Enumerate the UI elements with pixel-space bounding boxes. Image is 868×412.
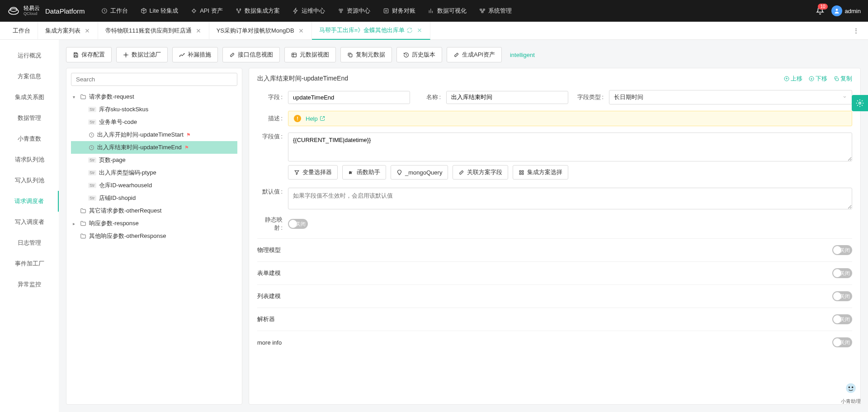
tree-search-input[interactable] [71, 73, 237, 86]
tree-node[interactable]: Str页数-page [71, 154, 237, 166]
nav-item-2[interactable]: API 资产 [185, 4, 228, 18]
funnel-icon [294, 170, 300, 175]
close-icon[interactable] [84, 28, 90, 34]
helper-chips: 变量选择器fx函数助手_mongoQuery关联方案字段集成方案选择 [288, 165, 852, 180]
close-icon[interactable] [298, 28, 304, 34]
svg-point-8 [341, 9, 343, 11]
assistant-button[interactable]: 小青助理 [841, 381, 861, 405]
tree-node[interactable]: ▾请求参数-request [71, 90, 237, 103]
notifications-button[interactable]: 10 [816, 6, 824, 16]
sidebar-item-6[interactable]: 写入队列池 [0, 170, 59, 191]
nav-item-0[interactable]: 工作台 [96, 4, 133, 18]
clock-icon [88, 144, 94, 151]
sidebar-item-7[interactable]: 请求调度者 [0, 191, 59, 212]
branch-icon [236, 8, 242, 14]
sidebar-item-2[interactable]: 集成关系图 [0, 87, 59, 108]
nav-item-5[interactable]: 资源中心 [332, 4, 376, 18]
tree-node[interactable]: Str出入库类型编码-ptype [71, 166, 237, 179]
logo[interactable]: 轻易云 QCloud DataPlatform [7, 5, 85, 17]
tree-node[interactable]: ▸响应参数-response [71, 217, 237, 230]
staticmap-toggle[interactable]: 关闭 [288, 219, 308, 229]
tab-1[interactable]: 集成方案列表 [38, 22, 98, 40]
nav-item-8[interactable]: 系统管理 [474, 4, 517, 18]
type-badge: Str [88, 195, 96, 201]
tab-3[interactable]: YS采购订单对接帆软MongDB [209, 22, 312, 40]
sidebar-item-9[interactable]: 日志管理 [0, 232, 59, 253]
intelligent-link[interactable]: intelligent [510, 52, 535, 58]
section-toggle-3[interactable]: 关闭 [832, 314, 852, 324]
caret-icon[interactable]: ▸ [73, 221, 77, 226]
close-icon[interactable] [195, 28, 202, 34]
nav-item-1[interactable]: Lite 轻集成 [135, 4, 184, 18]
nav-item-6[interactable]: 财务对账 [377, 4, 421, 18]
tree-node[interactable]: 出入库开始时间-updateTimeStart⚑ [71, 128, 237, 141]
chip-0[interactable]: 变量选择器 [288, 165, 338, 180]
default-label: 默认值 [257, 188, 283, 196]
tree-node[interactable]: Str仓库ID-wearhouseId [71, 179, 237, 192]
tree-node[interactable]: 其他响应参数-otherResponse [71, 230, 237, 242]
fieldtype-select[interactable]: 长日期时间 [609, 90, 852, 104]
section-toggle-2[interactable]: 关闭 [832, 291, 852, 301]
section-toggle-0[interactable]: 关闭 [832, 245, 852, 255]
refresh-icon[interactable] [406, 27, 413, 33]
toolbar-btn-5[interactable]: 复制元数据 [340, 47, 392, 62]
tab-4[interactable]: 马帮手工出库=》金蝶其他出库单 [312, 22, 431, 40]
field-input[interactable] [288, 91, 410, 104]
tab-0[interactable]: 工作台 [5, 22, 38, 40]
help-link[interactable]: Help [306, 115, 325, 122]
close-icon[interactable] [416, 27, 423, 33]
nav-item-3[interactable]: 数据集成方案 [230, 4, 285, 18]
flag-icon: ⚑ [184, 145, 189, 151]
chip-3[interactable]: 关联方案字段 [453, 165, 508, 180]
section-toggle-1[interactable]: 关闭 [832, 268, 852, 278]
name-input[interactable] [446, 91, 568, 104]
copy-link[interactable]: 复制 [834, 75, 852, 83]
toolbar-btn-1[interactable]: 数据过滤厂 [116, 47, 168, 62]
product-name: DataPlatform [45, 7, 85, 15]
desc-label: 描述 [257, 114, 283, 123]
copy-icon [834, 76, 839, 81]
arrow-down-icon [809, 76, 814, 81]
tree-node[interactable]: Str店铺ID-shopid [71, 192, 237, 204]
sidebar-item-11[interactable]: 异常监控 [0, 274, 59, 295]
chip-4[interactable]: 集成方案选择 [513, 165, 568, 180]
section-toggle-4[interactable]: 关闭 [832, 337, 852, 347]
sidebar-item-1[interactable]: 方案信息 [0, 66, 59, 87]
sidebar-item-3[interactable]: 数据管理 [0, 108, 59, 128]
sidebar-item-10[interactable]: 事件加工厂 [0, 253, 59, 274]
type-badge: Str [88, 170, 96, 175]
sidebar-item-4[interactable]: 小青查数 [0, 128, 59, 149]
name-label: 名称 [415, 93, 441, 101]
tabs-more-button[interactable]: ⋮ [849, 27, 863, 34]
nav-item-4[interactable]: 运维中心 [287, 4, 330, 18]
toolbar-btn-4[interactable]: 元数据视图 [284, 47, 336, 62]
nav-item-7[interactable]: 数据可视化 [423, 4, 472, 18]
cube-icon [141, 8, 147, 14]
tree-node[interactable]: 出入库结束时间-updateTimeEnd⚑ [71, 141, 237, 154]
toolbar-btn-3[interactable]: 接口信息视图 [222, 47, 280, 62]
chip-2[interactable]: _mongoQuery [391, 165, 448, 180]
user-menu[interactable]: admin [831, 5, 861, 16]
svg-rect-28 [520, 173, 521, 174]
svg-rect-10 [384, 9, 388, 13]
move-down-link[interactable]: 下移 [809, 75, 827, 83]
chip-1[interactable]: fx函数助手 [342, 165, 386, 180]
caret-icon[interactable]: ▾ [73, 95, 77, 99]
toolbar-btn-6[interactable]: 历史版本 [396, 47, 442, 62]
settings-float-button[interactable] [852, 95, 868, 111]
move-up-link[interactable]: 上移 [784, 75, 802, 83]
tree-node[interactable]: Str库存sku-stockSkus [71, 103, 237, 116]
default-textarea[interactable] [288, 188, 852, 209]
sidebar-item-5[interactable]: 请求队列池 [0, 149, 59, 170]
sidebar-item-0[interactable]: 运行概况 [0, 45, 59, 66]
desc-help-bar: ! Help [288, 111, 852, 126]
arrow-up-icon [784, 76, 789, 81]
sidebar-item-8[interactable]: 写入调度者 [0, 212, 59, 232]
toolbar-btn-7[interactable]: 生成API资产 [447, 47, 502, 62]
fieldvalue-textarea[interactable]: {{CURRENT_TIME|datetime}} [288, 133, 852, 161]
toolbar-btn-2[interactable]: 补漏措施 [172, 47, 218, 62]
tab-2[interactable]: 帝特物联111账套供应商到旺店通 [98, 22, 209, 40]
toolbar-btn-0[interactable]: 保存配置 [66, 47, 112, 62]
tree-node[interactable]: Str业务单号-code [71, 116, 237, 128]
tree-node[interactable]: 其它请求参数-otherRequest [71, 204, 237, 217]
